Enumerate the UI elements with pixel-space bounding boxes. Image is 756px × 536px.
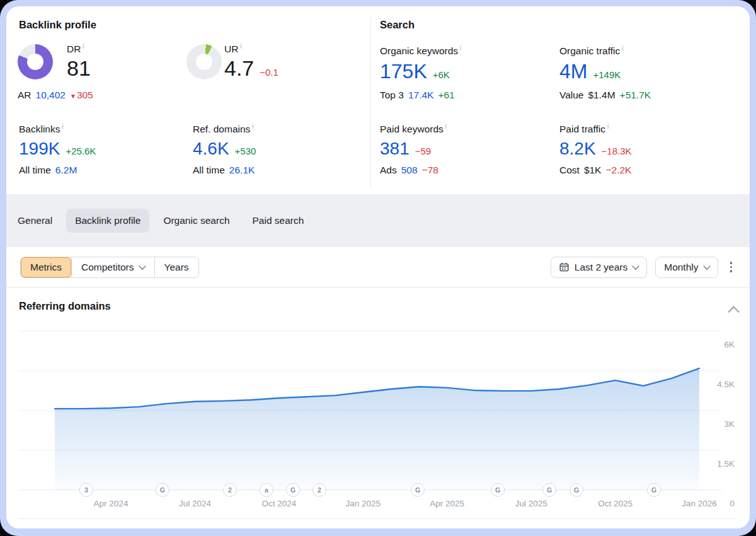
top3-value-link[interactable]: 17.4K — [408, 90, 434, 101]
organic-traffic-label: Organic traffic — [559, 45, 620, 56]
chevron-down-icon — [703, 262, 710, 269]
view-segmented-control: Metrics Competitors Years — [20, 257, 199, 278]
info-icon[interactable]: i — [240, 43, 241, 50]
svg-text:6K: 6K — [724, 340, 735, 349]
svg-text:Oct 2025: Oct 2025 — [598, 499, 633, 508]
value-amount: $1.4M — [588, 90, 616, 101]
ur-metric: URi 4.7 −0.1 — [224, 44, 278, 80]
tab-paid-search[interactable]: Paid search — [244, 209, 313, 233]
svg-text:4.5K: 4.5K — [717, 380, 735, 389]
svg-text:Jul 2024: Jul 2024 — [179, 499, 212, 508]
info-icon[interactable]: i — [62, 123, 63, 130]
organic-keywords-label: Organic keywords — [380, 45, 458, 56]
info-icon[interactable]: i — [445, 123, 447, 130]
chevron-down-icon — [633, 262, 639, 269]
dr-metric: DRi 81 — [67, 44, 91, 80]
backlinks-metric: Backlinksi 199K +25.6K All time 6.2M — [19, 124, 96, 176]
ar-label: AR — [18, 90, 32, 101]
ref-domains-delta: +530 — [235, 146, 256, 156]
dr-label: DR — [67, 44, 81, 54]
date-range-button[interactable]: Last 2 years — [551, 257, 647, 278]
organic-keywords-value[interactable]: 175K — [380, 61, 427, 83]
app-frame: Backlink profile DRi 81 AR 10,402 ▼305 U… — [0, 0, 756, 536]
info-icon[interactable]: i — [83, 43, 84, 50]
svg-text:G: G — [651, 486, 656, 494]
chevron-down-icon — [139, 262, 146, 269]
backlinks-alltime-link[interactable]: 6.2M — [55, 165, 77, 176]
section-bottom-divider — [19, 518, 737, 519]
svg-text:G: G — [290, 486, 295, 494]
granularity-button[interactable]: Monthly — [655, 257, 718, 278]
paid-traffic-delta: −18.3K — [602, 146, 632, 156]
ref-domains-sub-label: All time — [193, 165, 225, 176]
organic-keywords-delta: +6K — [433, 69, 450, 80]
collapse-chevron-up-icon[interactable] — [728, 306, 739, 317]
more-options-kebab-icon[interactable] — [726, 257, 736, 277]
svg-text:0: 0 — [730, 499, 735, 508]
ar-delta: 305 — [77, 90, 93, 100]
paid-keywords-value[interactable]: 381 — [380, 139, 410, 158]
svg-text:2: 2 — [228, 486, 232, 494]
ref-domains-value[interactable]: 4.6K — [193, 139, 229, 158]
backlinks-delta: +25.6K — [66, 146, 96, 156]
ads-delta: −78 — [422, 165, 438, 176]
top3-delta: +61 — [438, 90, 454, 101]
svg-text:Jan 2025: Jan 2025 — [346, 499, 381, 508]
search-title: Search — [380, 19, 415, 31]
tab-organic-search[interactable]: Organic search — [154, 209, 238, 233]
ads-label: Ads — [380, 165, 397, 176]
paid-traffic-value[interactable]: 8.2K — [559, 139, 596, 158]
info-icon[interactable]: i — [460, 45, 461, 52]
top3-label: Top 3 — [380, 90, 404, 101]
tab-general[interactable]: General — [9, 209, 61, 233]
ref-domains-alltime-link[interactable]: 26.1K — [229, 165, 255, 176]
organic-traffic-metric: Organic traffici 4M +149K Value $1.4M +5… — [559, 45, 651, 101]
svg-text:1.5K: 1.5K — [717, 459, 735, 469]
cost-label: Cost — [559, 165, 580, 176]
svg-text:Jan 2026: Jan 2026 — [682, 499, 717, 508]
competitors-button[interactable]: Competitors — [71, 257, 154, 277]
value-label: Value — [559, 90, 584, 101]
backlinks-sub-label: All time — [19, 165, 51, 176]
paid-traffic-metric: Paid traffici 8.2K −18.3K Cost $1K −2.2K — [559, 124, 632, 176]
svg-text:Jul 2025: Jul 2025 — [515, 499, 547, 508]
ar-row: AR 10,402 ▼305 — [18, 90, 93, 101]
svg-text:G: G — [574, 486, 579, 494]
years-button[interactable]: Years — [154, 257, 198, 277]
down-triangle-icon: ▼ — [70, 93, 76, 100]
paid-traffic-label: Paid traffic — [559, 124, 605, 134]
ref-domains-label: Ref. domains — [193, 124, 250, 134]
svg-text:2: 2 — [318, 486, 321, 494]
ur-donut-chart — [186, 44, 222, 79]
backlinks-value[interactable]: 199K — [19, 139, 60, 158]
svg-text:G: G — [547, 486, 552, 494]
svg-text:Oct 2024: Oct 2024 — [261, 499, 296, 508]
svg-text:3: 3 — [84, 486, 88, 494]
svg-text:G: G — [160, 486, 165, 494]
referring-domains-area-chart[interactable]: 6K4.5K3K1.5K03G2aG2GGGGGApr 2024Jul 2024… — [6, 325, 750, 520]
svg-text:3K: 3K — [724, 419, 735, 429]
organic-traffic-delta: +149K — [593, 69, 621, 80]
cost-delta: −2.2K — [605, 165, 631, 176]
ur-delta: −0.1 — [260, 67, 278, 78]
paid-keywords-metric: Paid keywordsi 381 −59 Ads 508 −78 — [380, 124, 447, 176]
ref-domains-metric: Ref. domainsi 4.6K +530 All time 26.1K — [193, 124, 256, 176]
info-icon[interactable]: i — [607, 123, 609, 130]
ads-value-link[interactable]: 508 — [401, 165, 418, 176]
ur-label: UR — [224, 44, 238, 54]
svg-text:Apr 2024: Apr 2024 — [94, 499, 129, 508]
backlink-profile-title: Backlink profile — [19, 19, 96, 31]
metrics-button[interactable]: Metrics — [21, 257, 71, 277]
cost-amount: $1K — [584, 165, 602, 176]
stats-divider — [370, 16, 371, 188]
backlinks-label: Backlinks — [19, 124, 60, 134]
section-tabs: General Backlink profile Organic search … — [6, 194, 750, 247]
ar-value-link[interactable]: 10,402 — [36, 90, 66, 101]
tab-backlink-profile[interactable]: Backlink profile — [66, 209, 149, 233]
organic-traffic-value[interactable]: 4M — [559, 61, 587, 83]
svg-text:G: G — [495, 486, 500, 494]
info-icon[interactable]: i — [252, 123, 253, 130]
info-icon[interactable]: i — [622, 45, 623, 52]
dr-value: 81 — [67, 57, 91, 80]
value-delta: +51.7K — [620, 90, 651, 101]
